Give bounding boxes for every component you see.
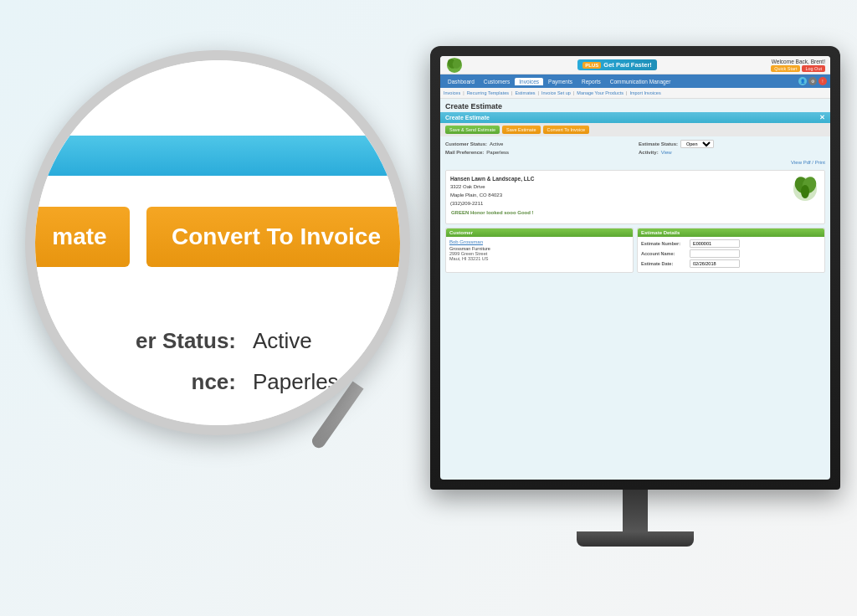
customer-status-field: Customer Status: Active (445, 140, 632, 148)
nav-tab-reports[interactable]: Reports (577, 78, 605, 85)
nav-icon-alert[interactable]: ! (819, 77, 827, 85)
mag-blue-bar (35, 136, 400, 176)
view-pdf-link[interactable]: View Pdf / Print (440, 158, 830, 167)
city-state-zip: Maple Plain, CO 84023 (450, 192, 534, 200)
estimate-number-row: Estimate Number: (641, 239, 821, 248)
promo-banner: PLUS Get Paid Faster! (577, 59, 657, 70)
subnav-recurring[interactable]: Recurring Templates (467, 90, 509, 95)
estimate-number-input[interactable] (690, 239, 740, 248)
nav-tab-customers[interactable]: Customers (480, 78, 514, 85)
estimate-status-select[interactable]: Open (680, 140, 714, 148)
plus-badge: PLUS (582, 62, 601, 69)
save-estimate-button[interactable]: Save Estimate (502, 126, 540, 134)
bottom-data-section: Customer Bob Grossman Grossman Furniture… (445, 228, 825, 273)
page-title: Create Estimate (440, 99, 830, 112)
nav-tab-communication[interactable]: Communication Manager (606, 78, 675, 85)
magnifier: mate Convert To Invoice er Status: Activ… (25, 50, 410, 435)
monitor-screen: PLUS Get Paid Faster! Welcome Back, Bren… (440, 56, 830, 480)
estimate-date-label: Estimate Date: (641, 261, 687, 266)
estimate-details-header: Estimate Details (638, 228, 824, 237)
nav-tab-invoices[interactable]: Invoices (515, 78, 543, 85)
estimate-status-field-label: Estimate Status: (639, 141, 678, 146)
company-name: Hansen Lawn & Landscape, LLC (450, 175, 534, 183)
promo-text: Get Paid Faster! (603, 61, 652, 69)
customer-status-field-value: Active (490, 141, 503, 146)
subnav-invoice-setup[interactable]: Invoice Set up (541, 90, 571, 95)
top-action-btns: Quick Start Log Out (771, 65, 825, 72)
customer-name-link[interactable]: Bob Grossman (449, 239, 483, 244)
customer-status-value: Active (253, 328, 312, 354)
mail-preference-field-label: Mail Preference: (445, 150, 484, 155)
customer-address-info: Hansen Lawn & Landscape, LLC 3322 Oak Dr… (450, 175, 534, 219)
scene: mate Convert To Invoice er Status: Activ… (0, 0, 857, 616)
mail-preference-row: nce: Paperless (69, 369, 367, 395)
leaf-logo-icon (791, 175, 820, 204)
phone: (332)209-2211 (450, 200, 534, 208)
address-line1: 3322 Oak Drive (450, 183, 534, 192)
estimate-details-box: Estimate Details Estimate Number: Accoun… (637, 228, 825, 273)
monitor-frame: PLUS Get Paid Faster! Welcome Back, Bren… (430, 46, 840, 490)
green-honor-msg: GREEN Honor looked sooo Good ! (450, 209, 534, 218)
welcome-area: Welcome Back, Brent! Quick Start Log Out (771, 59, 825, 72)
screen-subnav: Invoices | Recurring Templates | Estimat… (440, 88, 830, 99)
screen-nav: Dashboard Customers Invoices Payments Re… (440, 74, 830, 88)
save-send-estimate-button[interactable]: Save & Send Estimate (445, 126, 500, 134)
mail-preference-field-value: Paperless (486, 150, 509, 155)
nav-icons: 👤 ⚙ ! (798, 77, 827, 85)
screen-topbar: PLUS Get Paid Faster! Welcome Back, Bren… (440, 56, 830, 74)
account-name-row: Account Name: (641, 249, 821, 258)
welcome-text: Welcome Back, Brent! (771, 59, 825, 64)
svg-point-6 (801, 185, 809, 198)
activity-field-value[interactable]: View (661, 150, 672, 155)
customer-logo (791, 175, 820, 204)
form-fields: Customer Status: Active Estimate Status:… (440, 136, 830, 158)
customer-status-row: er Status: Active (69, 328, 367, 354)
mail-preference-value: Paperless (253, 369, 350, 395)
mail-preference-label: nce: (69, 369, 236, 395)
quick-start-button[interactable]: Quick Start (771, 65, 800, 72)
log-out-button[interactable]: Log Out (802, 65, 825, 72)
account-name-input[interactable] (690, 249, 740, 258)
customer-city-state: Maui, HI 33221 US (449, 256, 629, 261)
monitor-neck (623, 490, 648, 531)
estimate-number-label: Estimate Number: (641, 241, 687, 246)
nav-icon-person: 👤 (798, 77, 807, 85)
customer-box: Customer Bob Grossman Grossman Furniture… (445, 228, 634, 273)
section-title: Create Estimate (445, 115, 490, 121)
estimate-status-field: Estimate Status: Open (639, 140, 825, 148)
estimate-date-input[interactable] (690, 259, 740, 268)
subnav-invoices[interactable]: Invoices (444, 90, 460, 95)
mag-buttons-row: mate Convert To Invoice (35, 207, 400, 267)
nav-icon-gear[interactable]: ⚙ (808, 77, 817, 85)
customer-name-row: Bob Grossman (449, 239, 629, 244)
nav-tab-dashboard[interactable]: Dashboard (444, 78, 479, 85)
monitor-container: PLUS Get Paid Faster! Welcome Back, Bren… (430, 46, 840, 540)
action-buttons-row: Save & Send Estimate Save Estimate Conve… (440, 123, 830, 136)
activity-field-label: Activity: (639, 150, 659, 155)
customer-box-header: Customer (446, 228, 633, 237)
mag-fields: er Status: Active nce: Paperless (69, 328, 367, 410)
section-header: Create Estimate ✕ (440, 112, 830, 123)
monitor-base (577, 531, 694, 547)
convert-to-invoice-small-button[interactable]: Convert To Invoice (543, 126, 589, 134)
account-name-label: Account Name: (641, 251, 687, 256)
section-close-button[interactable]: ✕ (819, 114, 825, 121)
subnav-import[interactable]: Import Invoices (629, 90, 660, 95)
convert-to-invoice-button[interactable]: Convert To Invoice (146, 207, 406, 267)
activity-field: Activity: View (639, 150, 825, 155)
save-estimate-button[interactable]: mate (29, 207, 130, 267)
mail-preference-field: Mail Preference: Paperless (445, 150, 632, 155)
magnifier-content: mate Convert To Invoice er Status: Activ… (35, 60, 400, 425)
screen-content: PLUS Get Paid Faster! Welcome Back, Bren… (440, 56, 830, 480)
logo-icon (445, 57, 464, 74)
subnav-estimates[interactable]: Estimates (515, 90, 535, 95)
customer-card: Hansen Lawn & Landscape, LLC 3322 Oak Dr… (445, 170, 825, 224)
subnav-manage-products[interactable]: Manage Your Products (577, 90, 624, 95)
customer-box-content: Bob Grossman Grossman Furniture 2999 Gre… (446, 237, 633, 264)
customer-status-label: er Status: (69, 328, 236, 354)
nav-tab-payments[interactable]: Payments (544, 78, 577, 85)
estimate-details-content: Estimate Number: Account Name: Estimate … (638, 237, 824, 272)
logo-area (445, 57, 464, 74)
customer-status-field-label: Customer Status: (445, 141, 487, 146)
estimate-date-row: Estimate Date: (641, 259, 821, 268)
